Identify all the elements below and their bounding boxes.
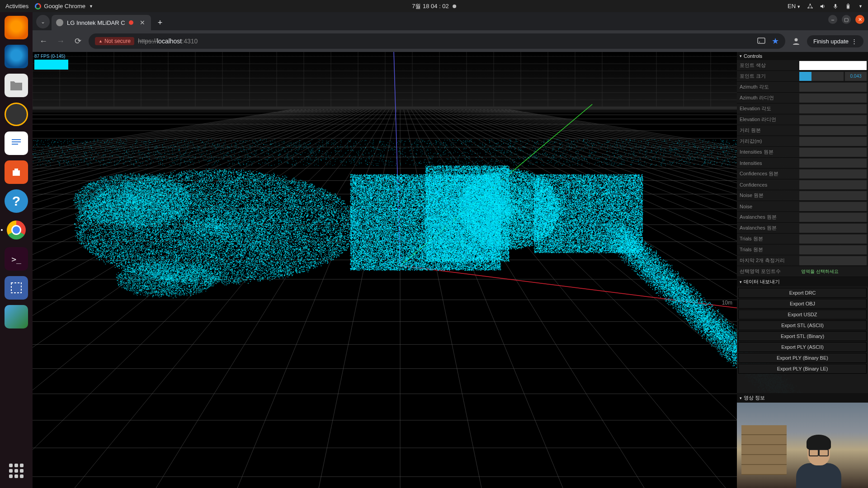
controls-header[interactable]: Controls: [737, 52, 868, 60]
tab-search-button[interactable]: ⌄: [36, 15, 50, 28]
control-label: 포인트 크기: [737, 73, 798, 80]
dock-libreoffice[interactable]: [5, 131, 28, 155]
svg-rect-11: [11, 283, 21, 293]
mic-icon[interactable]: [832, 3, 839, 9]
dock-files[interactable]: [5, 74, 28, 97]
system-menu-chevron-icon[interactable]: ▼: [859, 4, 863, 9]
control-row-color[interactable]: 포인트 색상: [737, 60, 868, 71]
svg-rect-9: [12, 141, 21, 142]
export-button[interactable]: Export PLY (ASCII): [738, 342, 867, 352]
svg-rect-8: [12, 139, 21, 140]
lang-indicator[interactable]: EN▼: [788, 3, 801, 9]
svg-rect-7: [10, 136, 23, 151]
export-button[interactable]: Export PLY (Binary LE): [738, 364, 867, 374]
webcam-feed: [737, 403, 868, 488]
url-text: https://localhost:4310: [138, 38, 198, 45]
battery-icon[interactable]: [845, 3, 851, 9]
apps-grid-button[interactable]: [7, 462, 25, 480]
dock-chrome[interactable]: [5, 218, 28, 242]
dock-screenshot[interactable]: [5, 276, 28, 300]
reload-button[interactable]: ⟳: [71, 35, 84, 47]
control-row-sel-points: 선택영역 포인트수 영역을 선택하세요: [737, 266, 868, 277]
axis-x-label: 10m: [722, 300, 732, 306]
gnome-top-bar: Activities Google Chrome ▼ 7월 18 04 : 02…: [0, 0, 868, 12]
control-row: Avalanches 원본: [737, 223, 868, 234]
control-row: Trials 원본: [737, 244, 868, 255]
network-icon[interactable]: [807, 3, 813, 9]
dock-image-viewer[interactable]: [5, 305, 28, 328]
control-row: Elevation 각도: [737, 103, 868, 114]
tab-strip: ⌄ LG Innotek MLiDAR C ✕ + – ▢ ✕: [33, 12, 868, 30]
tab-favicon-icon: [56, 19, 63, 26]
control-label: Intensities 원본: [737, 149, 798, 155]
point-size-value[interactable]: 0.043: [845, 72, 867, 81]
control-label: Elevation 라디언: [737, 116, 798, 123]
control-row: 거리값(m): [737, 136, 868, 147]
svg-rect-5: [847, 5, 849, 8]
dock-help[interactable]: ?: [5, 189, 28, 213]
tab-close-button[interactable]: ✕: [140, 19, 145, 26]
export-header[interactable]: 데이터 내보내기: [737, 277, 868, 286]
svg-point-14: [794, 38, 797, 42]
control-row: Confidences: [737, 179, 868, 190]
fps-graph: [34, 60, 68, 70]
svg-rect-12: [758, 38, 765, 43]
screencast-icon[interactable]: [757, 38, 765, 45]
dock-thunderbird[interactable]: [5, 45, 28, 68]
control-row: Noise: [737, 201, 868, 212]
dock-terminal[interactable]: >_: [5, 247, 28, 271]
new-tab-button[interactable]: +: [154, 16, 166, 29]
control-row: Trials 원본: [737, 234, 868, 244]
window-maximize-button[interactable]: ▢: [842, 15, 851, 24]
dock-rhythmbox[interactable]: [5, 103, 28, 126]
back-button[interactable]: ←: [37, 35, 50, 47]
control-label: Trials 원본: [737, 235, 798, 242]
dock-firefox[interactable]: [5, 16, 28, 39]
window-close-button[interactable]: ✕: [855, 15, 864, 24]
volume-icon[interactable]: [820, 3, 826, 9]
control-label: Intensities: [737, 160, 798, 166]
webcam-header[interactable]: 영상 정보: [737, 393, 868, 403]
svg-rect-3: [835, 4, 836, 7]
dock-software[interactable]: [5, 160, 28, 184]
notification-dot-icon: [453, 5, 456, 8]
chevron-down-icon: ▼: [89, 4, 93, 9]
bookmark-star-icon[interactable]: ★: [772, 36, 779, 46]
fps-text: 87 FPS (0-145): [34, 54, 68, 59]
svg-point-13: [759, 42, 760, 42]
export-button[interactable]: Export STL (Binary): [738, 331, 867, 341]
not-secure-badge[interactable]: Not secure: [95, 37, 134, 45]
fps-overlay: 87 FPS (0-145): [34, 54, 68, 70]
lidar-viewport[interactable]: 87 FPS (0-145) 10m Controls 포인트 색상 포인트 크…: [33, 52, 868, 488]
browser-tab[interactable]: LG Innotek MLiDAR C ✕: [52, 15, 151, 30]
control-label: Avalanches 원본: [737, 225, 798, 231]
control-label: Noise: [737, 204, 798, 209]
control-row: Avalanches 원본: [737, 212, 868, 223]
clock-label[interactable]: 7월 18 04 : 02: [412, 2, 449, 10]
profile-button[interactable]: [790, 35, 802, 47]
control-row: Azimuth 각도: [737, 82, 868, 93]
control-row: Intensities: [737, 158, 868, 169]
export-button[interactable]: Export STL (ASCII): [738, 320, 867, 330]
address-bar[interactable]: Not secure https://localhost:4310 ★: [89, 33, 785, 49]
browser-toolbar: ← → ⟳ Not secure https://localhost:4310 …: [33, 30, 868, 52]
svg-rect-6: [848, 3, 849, 4]
export-button[interactable]: Export PLY (Binary BE): [738, 353, 867, 363]
app-indicator[interactable]: Google Chrome ▼: [35, 3, 93, 9]
export-button[interactable]: Export DRC: [738, 288, 867, 298]
export-button[interactable]: Export USDZ: [738, 310, 867, 319]
webcam-panel: 영상 정보: [737, 393, 868, 488]
control-row-point-size[interactable]: 포인트 크기 0.043: [737, 71, 868, 82]
control-label: 거리 원본: [737, 127, 798, 134]
control-label: 거리값(m): [737, 138, 798, 145]
forward-button[interactable]: →: [54, 35, 67, 47]
export-button[interactable]: Export OBJ: [738, 299, 867, 309]
tab-title-label: LG Innotek MLiDAR C: [67, 19, 125, 26]
finish-update-button[interactable]: Finish update⋮: [807, 35, 863, 47]
control-label: Noise 원본: [737, 192, 798, 199]
control-row: Noise 원본: [737, 190, 868, 201]
control-label: Confidences 원본: [737, 170, 798, 177]
activities-button[interactable]: Activities: [5, 3, 28, 9]
window-minimize-button[interactable]: –: [828, 15, 837, 24]
control-label: Azimuth 각도: [737, 84, 798, 90]
